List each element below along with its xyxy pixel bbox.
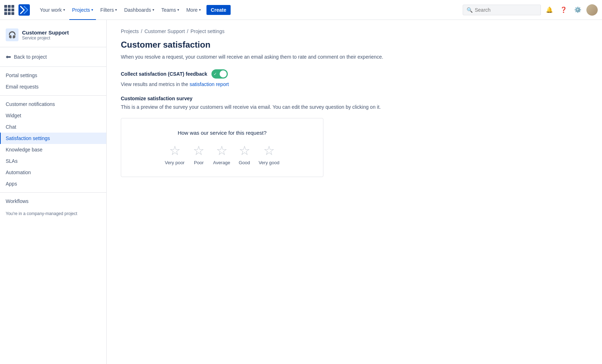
chevron-down-icon: ▾ [199, 8, 201, 12]
sidebar-divider-1 [0, 66, 106, 67]
csat-section: Collect satisfaction (CSAT) feedback ✓ V… [121, 69, 588, 87]
back-icon: ⬅ [6, 53, 11, 61]
star-icon-4: ☆ [239, 144, 250, 157]
chevron-down-icon: ▾ [177, 8, 179, 12]
back-to-project-button[interactable]: ⬅ Back to project [0, 50, 106, 64]
star-average[interactable]: ☆ Average [213, 144, 230, 165]
sidebar-item-chat[interactable]: Chat [0, 121, 106, 133]
star-label-5: Very good [259, 160, 280, 165]
breadcrumb-sep-1: / [141, 28, 143, 34]
sidebar-item-portal-settings[interactable]: Portal settings [0, 70, 106, 81]
topnav-right: 🔍 🔔 ❓ ⚙️ [463, 4, 598, 16]
star-icon-1: ☆ [169, 144, 181, 157]
csat-label: Collect satisfaction (CSAT) feedback [121, 71, 207, 77]
sidebar-item-apps[interactable]: Apps [0, 178, 106, 189]
breadcrumb-current: Project settings [190, 28, 225, 34]
search-icon: 🔍 [467, 7, 473, 13]
search-input[interactable] [475, 7, 537, 13]
star-very-good[interactable]: ☆ Very good [259, 144, 280, 165]
create-button[interactable]: Create [206, 5, 231, 15]
breadcrumb-projects[interactable]: Projects [121, 28, 139, 34]
customize-title: Customize satisfaction survey [121, 96, 588, 101]
sidebar: 🎧 Customer Support Service project ⬅ Bac… [0, 20, 107, 364]
project-type: Service project [22, 36, 69, 41]
avatar[interactable] [586, 4, 598, 16]
breadcrumb-customer-support[interactable]: Customer Support [144, 28, 185, 34]
search-box[interactable]: 🔍 [463, 5, 541, 15]
sidebar-item-automation[interactable]: Automation [0, 167, 106, 178]
nav-item-projects[interactable]: Projects ▾ [69, 0, 96, 20]
star-icon-2: ☆ [193, 144, 204, 157]
breadcrumb: Projects / Customer Support / Project se… [121, 28, 588, 34]
star-very-poor[interactable]: ☆ Very poor [165, 144, 185, 165]
star-icon-3: ☆ [216, 144, 227, 157]
main-content: Projects / Customer Support / Project se… [107, 20, 602, 364]
star-poor[interactable]: ☆ Poor [193, 144, 204, 165]
sidebar-item-satisfaction-settings[interactable]: Satisfaction settings [0, 133, 106, 144]
customize-description: This is a preview of the survey your cus… [121, 103, 387, 111]
csat-toggle[interactable]: ✓ [211, 69, 228, 79]
jira-logo[interactable] [18, 4, 30, 16]
topnav-left: Your work ▾ Projects ▾ Filters ▾ Dashboa… [4, 0, 231, 20]
csat-link-row: View results and metrics in the satisfac… [121, 81, 588, 87]
survey-question[interactable]: How was our service for this request? [135, 130, 309, 136]
toggle-checkmark-icon: ✓ [214, 72, 217, 76]
customize-section: Customize satisfaction survey This is a … [121, 96, 588, 177]
sidebar-item-customer-notifications[interactable]: Customer notifications [0, 98, 106, 110]
sidebar-footer-text: You're in a company-managed project [0, 207, 106, 220]
topnav: Your work ▾ Projects ▾ Filters ▾ Dashboa… [0, 0, 602, 20]
nav-item-filters[interactable]: Filters ▾ [97, 0, 120, 20]
star-label-1: Very poor [165, 160, 185, 165]
star-label-3: Average [213, 160, 230, 165]
page-title: Customer satisfaction [121, 40, 588, 50]
survey-card: How was our service for this request? ☆ … [121, 118, 323, 177]
chevron-down-icon: ▾ [115, 8, 117, 12]
csat-toggle-row: Collect satisfaction (CSAT) feedback ✓ [121, 69, 588, 79]
star-icon-5: ☆ [263, 144, 275, 157]
sidebar-item-widget[interactable]: Widget [0, 110, 106, 121]
nav-item-your-work[interactable]: Your work ▾ [37, 0, 68, 20]
chevron-down-icon: ▾ [91, 8, 93, 12]
sidebar-item-email-requests[interactable]: Email requests [0, 81, 106, 92]
star-label-4: Good [239, 160, 250, 165]
sidebar-item-knowledge-base[interactable]: Knowledge base [0, 144, 106, 155]
sidebar-divider-3 [0, 192, 106, 193]
help-button[interactable]: ❓ [558, 4, 569, 16]
page-description: When you resolve a request, your custome… [121, 53, 387, 61]
nav-item-more[interactable]: More ▾ [183, 0, 204, 20]
satisfaction-report-link[interactable]: satisfaction report [190, 81, 229, 87]
settings-button[interactable]: ⚙️ [572, 4, 584, 16]
notifications-button[interactable]: 🔔 [544, 4, 555, 16]
project-name: Customer Support [22, 30, 69, 36]
star-good[interactable]: ☆ Good [239, 144, 250, 165]
project-icon: 🎧 [6, 28, 18, 41]
stars-row: ☆ Very poor ☆ Poor ☆ Average ☆ Good [135, 144, 309, 165]
sidebar-item-workflows[interactable]: Workflows [0, 196, 106, 207]
breadcrumb-sep-2: / [187, 28, 188, 34]
chevron-down-icon: ▾ [152, 8, 154, 12]
sidebar-project: 🎧 Customer Support Service project [0, 26, 106, 47]
nav-item-teams[interactable]: Teams ▾ [158, 0, 182, 20]
nav-item-dashboards[interactable]: Dashboards ▾ [121, 0, 157, 20]
star-label-2: Poor [194, 160, 204, 165]
layout: 🎧 Customer Support Service project ⬅ Bac… [0, 20, 602, 364]
sidebar-item-slas[interactable]: SLAs [0, 155, 106, 167]
chevron-down-icon: ▾ [63, 8, 65, 12]
apps-grid-icon[interactable] [4, 5, 14, 15]
back-to-project-label: Back to project [14, 54, 47, 60]
sidebar-divider-2 [0, 95, 106, 96]
avatar-image [586, 4, 598, 16]
